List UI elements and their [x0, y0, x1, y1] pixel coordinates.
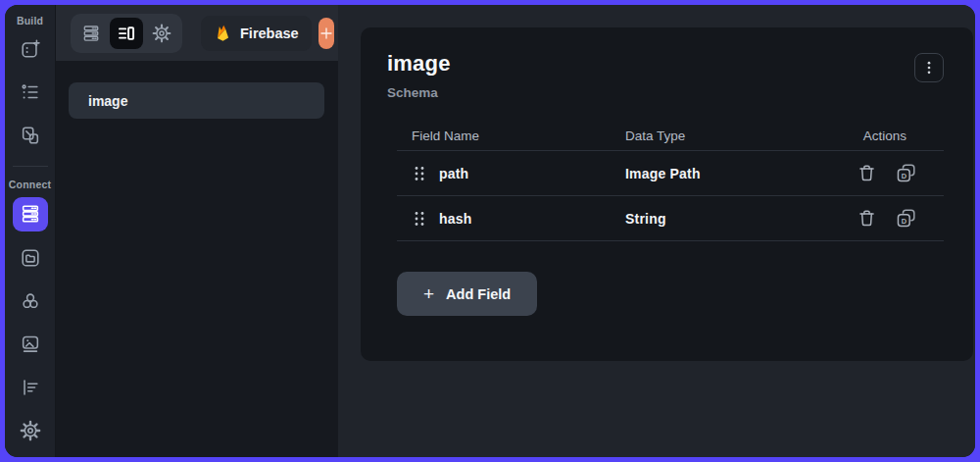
file-icon: [20, 247, 41, 269]
field-name: path: [439, 166, 468, 181]
duplicate-icon: D: [896, 208, 916, 229]
logs-icon: [20, 377, 41, 398]
sidebar-item-widgets[interactable]: [14, 33, 47, 66]
drag-handle-icon[interactable]: [414, 211, 425, 227]
schema-table: Field Name Data Type Actions: [397, 121, 944, 241]
collection-settings-icon: [152, 24, 172, 43]
sidebar-item-pages[interactable]: [14, 120, 47, 152]
collection-settings-button[interactable]: [145, 18, 178, 49]
app-window: Build: [5, 5, 975, 457]
add-field-button[interactable]: + Add Field: [397, 272, 537, 316]
schema-card: image Schema Field Name Data: [361, 27, 973, 361]
sidebar-item-logs[interactable]: [14, 371, 47, 403]
collections-toolbar: Firebase: [56, 5, 338, 61]
table-divider: [397, 240, 944, 241]
collections-panel: Firebase image: [56, 5, 338, 457]
svg-text:D: D: [902, 172, 907, 180]
column-header-data-type: Data Type: [625, 128, 857, 143]
sidebar-item-media[interactable]: [14, 328, 47, 360]
card-header: image Schema: [387, 51, 944, 100]
nav-sidebar: Build: [5, 5, 56, 457]
schema-view-icon: [117, 24, 136, 43]
sidebar-divider: [13, 166, 48, 167]
svg-text:D: D: [902, 217, 907, 226]
field-data-type: Image Path: [625, 166, 857, 181]
schema-view-button[interactable]: [110, 18, 143, 49]
kebab-menu-icon: [921, 60, 937, 76]
collection-title: image: [387, 51, 451, 77]
sidebar-item-files[interactable]: [14, 242, 47, 275]
column-header-field-name: Field Name: [397, 128, 625, 143]
delete-field-button[interactable]: [857, 163, 877, 183]
collection-item-label: image: [88, 93, 127, 109]
main-area: image Schema Field Name Data: [338, 5, 975, 457]
firebase-button-label: Firebase: [240, 26, 299, 41]
settings-icon: [20, 420, 41, 441]
pages-icon: [20, 125, 41, 146]
sidebar-item-settings[interactable]: [14, 414, 47, 446]
plus-icon: +: [423, 284, 434, 303]
add-collection-plus-icon: [318, 26, 334, 41]
delete-field-button[interactable]: [857, 208, 877, 229]
build-section-label: Build: [17, 15, 43, 26]
sidebar-item-integrations[interactable]: [14, 284, 47, 317]
column-header-actions: Actions: [857, 128, 944, 143]
add-field-button-label: Add Field: [446, 286, 511, 302]
add-collection-button[interactable]: [318, 18, 334, 49]
integrations-icon: [20, 290, 41, 312]
checklist-icon: [20, 81, 41, 103]
table-view-icon: [81, 24, 101, 43]
sidebar-item-checklist[interactable]: [14, 77, 47, 109]
database-icon: [20, 203, 41, 225]
table-header-row: Field Name Data Type Actions: [397, 121, 944, 150]
screenshot-frame: Build: [0, 0, 980, 462]
duplicate-field-button[interactable]: D: [896, 208, 916, 229]
duplicate-field-button[interactable]: D: [896, 163, 916, 183]
connect-section-label: Connect: [9, 179, 51, 190]
table-view-button[interactable]: [74, 18, 108, 49]
schema-section-label: Schema: [387, 85, 451, 100]
collection-menu-button[interactable]: [914, 53, 944, 82]
delete-icon: [857, 163, 877, 183]
delete-icon: [857, 208, 877, 229]
duplicate-icon: D: [896, 163, 916, 183]
drag-handle-icon[interactable]: [414, 166, 425, 181]
firebase-icon: [214, 24, 232, 42]
field-name: hash: [439, 211, 471, 227]
field-data-type: String: [625, 211, 857, 227]
widget-add-icon: [20, 38, 41, 60]
collections-list: image: [56, 61, 338, 457]
firebase-button[interactable]: Firebase: [201, 16, 312, 51]
table-row: hash String: [397, 196, 944, 240]
table-row: path Image Path: [397, 151, 944, 195]
collection-item-image[interactable]: image: [69, 82, 324, 119]
media-icon: [20, 334, 41, 355]
view-segmented-control: [71, 14, 182, 53]
sidebar-item-database[interactable]: [13, 197, 48, 231]
